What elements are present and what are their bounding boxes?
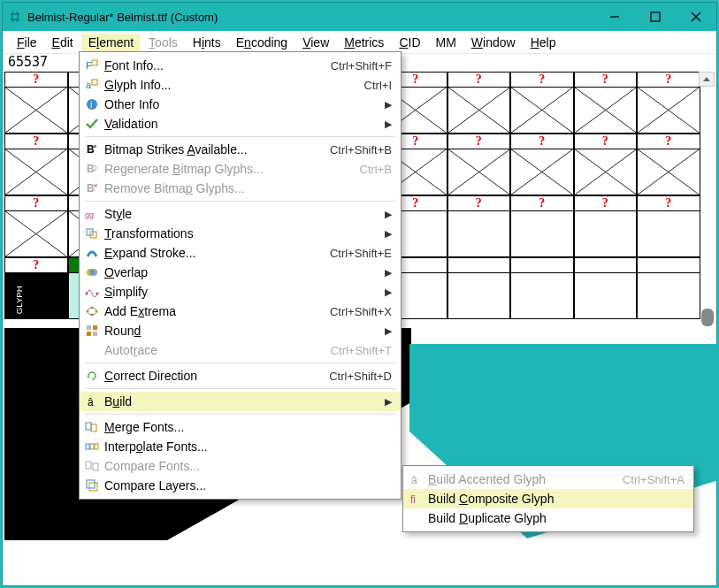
font-info-icon: F [80,58,104,73]
svg-rect-69 [90,444,94,449]
svg-text:fi: fi [410,493,416,506]
svg-point-54 [86,293,88,295]
svg-point-57 [87,310,89,313]
expand-stroke-icon [80,246,104,260]
menuitem-style[interactable]: gg Style▶ [80,204,401,224]
glyph-cell[interactable]: ? [447,134,511,195]
glyph-cell[interactable] [637,257,700,319]
maximize-button[interactable] [635,3,676,31]
svg-text:gg: gg [85,210,94,219]
menu-tools[interactable]: Tools [142,34,185,51]
menu-separator [85,136,395,137]
close-button[interactable] [676,3,716,31]
svg-text:B: B [87,163,95,175]
svg-point-55 [96,293,99,295]
menu-mm[interactable]: MM [429,34,463,51]
menu-view[interactable]: View [295,34,336,51]
svg-rect-66 [86,423,91,430]
interpolate-icon [80,439,104,454]
glyph-cell[interactable]: ? [637,72,700,134]
glyph-cell[interactable] [574,257,638,319]
scrollbar-up-button[interactable] [699,72,715,87]
check-icon [80,117,104,131]
build-icon: â [80,394,104,409]
glyph-cell[interactable]: ? [574,134,638,195]
svg-rect-62 [93,325,97,330]
glyph-cell[interactable]: ? [510,195,574,257]
merge-icon [80,420,104,434]
svg-rect-72 [93,463,98,470]
glyph-cell[interactable]: ? [4,195,68,257]
glyph-cell[interactable] [447,257,511,319]
svg-text:â: â [411,474,417,486]
menuitem-bitmap-strikes[interactable]: B Bitmap Strikes Available...Ctrl+Shift+… [80,140,401,159]
glyph-cell[interactable]: ? [637,195,700,257]
window-title: Belmist-Regular* Belmist.ttf (Custom) [27,11,594,24]
glyph-cell[interactable]: ? [4,72,68,134]
svg-rect-61 [87,325,91,330]
menuitem-remove-bitmap: B Remove Bitmap Glyphs... [80,179,401,198]
menuitem-correct-direction[interactable]: Correct DirectionCtrl+Shift+D [80,366,401,386]
svg-rect-71 [86,462,91,469]
scrollbar-thumb[interactable] [701,309,714,326]
menu-element[interactable]: Element [81,34,141,51]
glyph-cell[interactable]: ? [4,134,68,195]
menuitem-font-info[interactable]: F Font Info...Ctrl+Shift+F [80,56,401,75]
menuitem-expand-stroke[interactable]: Expand Stroke...Ctrl+Shift+E [80,243,401,263]
menuitem-build-accented: â Build Accented GlyphCtrl+Shift+A [403,470,693,489]
glyph-cell[interactable]: ? [510,72,574,134]
svg-rect-44 [94,145,96,148]
svg-text:i: i [90,100,92,110]
svg-rect-73 [87,480,95,488]
menuitem-other-info[interactable]: i Other Info▶ [80,95,401,114]
menuitem-add-extrema[interactable]: Add ExtremaCtrl+Shift+X [80,302,401,321]
glyph-cell[interactable] [510,257,574,319]
svg-text:GLYPH: GLYPH [14,286,24,314]
glyph-cell[interactable]: ? [447,72,511,134]
menu-edit[interactable]: Edit [45,34,80,51]
menuitem-round[interactable]: Round▶ [80,321,401,340]
menu-help[interactable]: Help [524,34,563,51]
svg-rect-64 [93,332,97,336]
build-submenu: â Build Accented GlyphCtrl+Shift+A fi Bu… [402,465,694,532]
composite-glyph-icon: fi [403,492,428,506]
compare-layers-icon [80,478,104,493]
svg-point-58 [96,310,98,313]
menuitem-overlap[interactable]: Overlap▶ [80,263,401,282]
glyph-cell[interactable]: ?GLYPH [4,257,68,319]
glyph-cell[interactable]: ? [574,195,638,257]
menuitem-glyph-info[interactable]: a Glyph Info...Ctrl+I [80,75,401,95]
menuitem-interpolate-fonts[interactable]: Interpolate Fonts... [80,437,401,456]
menuitem-transformations[interactable]: Transformations▶ [80,224,401,243]
menuitem-build-composite[interactable]: fi Build Composite Glyph [403,489,693,508]
element-menu-dropdown: F Font Info...Ctrl+Shift+F a Glyph Info.… [79,51,402,500]
menuitem-simplify[interactable]: Simplify▶ [80,282,401,302]
style-icon: gg [80,207,104,221]
glyph-cell[interactable]: ? [510,134,574,195]
glyph-cell[interactable]: ? [574,72,638,134]
menuitem-merge-fonts[interactable]: Merge Fonts... [80,417,401,437]
menu-hints[interactable]: Hints [186,34,228,51]
glyph-cell[interactable]: ? [447,195,511,257]
transform-icon [80,226,104,241]
menu-metrics[interactable]: Metrics [337,34,391,51]
minimize-button[interactable] [594,3,635,31]
menu-separator [85,363,395,363]
compare-fonts-icon [80,459,104,473]
menuitem-validation[interactable]: Validation▶ [80,114,401,134]
menu-separator [85,201,395,202]
menu-file[interactable]: File [10,34,44,51]
menu-cid[interactable]: CID [392,34,427,51]
menu-window[interactable]: Window [464,34,523,51]
glyph-preview: GLYPH [5,273,67,318]
menuitem-build-duplicate[interactable]: Build Duplicate Glyph [403,508,693,528]
svg-rect-40 [92,80,97,85]
svg-text:â: â [88,396,94,409]
menuitem-build[interactable]: â Build▶ [80,392,401,411]
glyph-cell[interactable]: ? [637,134,700,195]
menu-encoding[interactable]: Encoding [229,34,294,51]
menuitem-regenerate-bitmap: B Regenerate Bitmap Glyphs...Ctrl+B [80,159,401,179]
svg-rect-1 [651,12,660,21]
menuitem-compare-layers[interactable]: Compare Layers... [80,476,401,495]
svg-rect-74 [89,483,97,491]
